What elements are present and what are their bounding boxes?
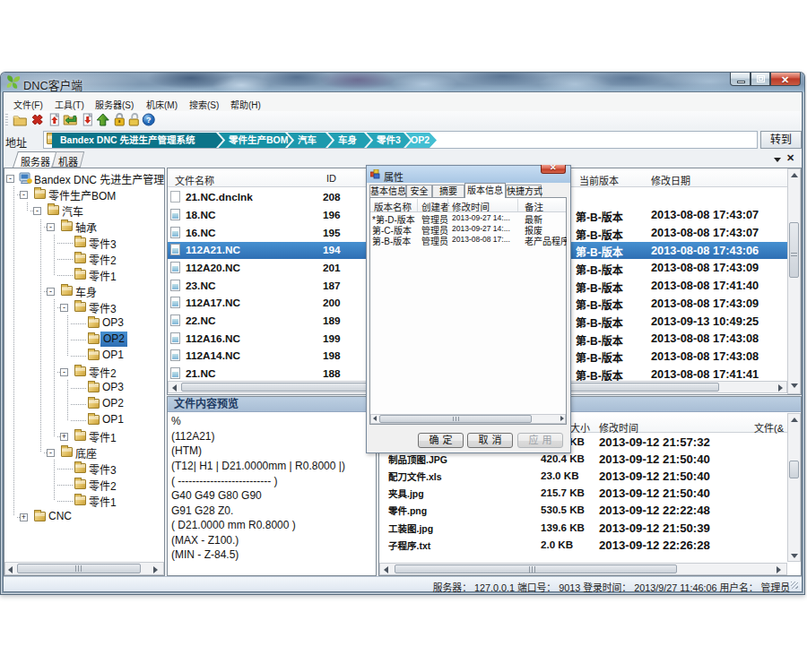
svg-text:?: ? <box>146 116 152 125</box>
